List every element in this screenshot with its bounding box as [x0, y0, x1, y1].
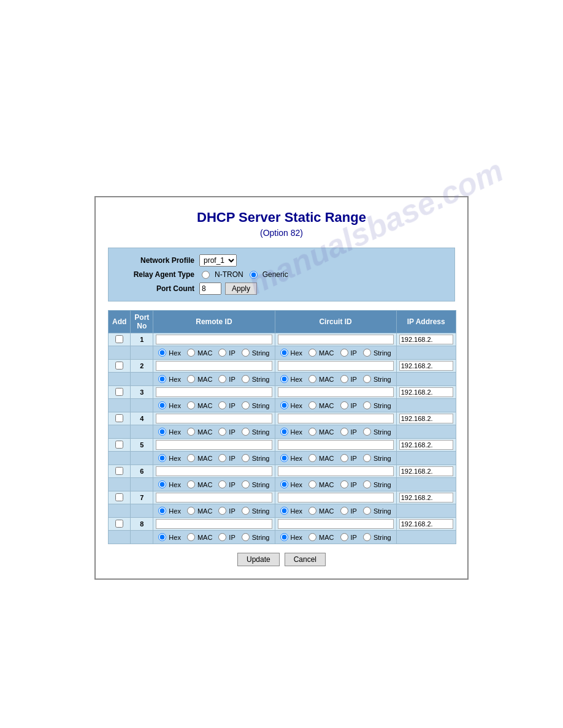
port-count-input[interactable]: [199, 282, 221, 295]
circuit-radio-ip[interactable]: [340, 533, 348, 541]
circuit-radio-string[interactable]: [363, 533, 371, 541]
remote-radio-ip[interactable]: [218, 507, 226, 515]
circuit-radio-ip[interactable]: [340, 401, 348, 409]
circuit-radio-hex[interactable]: [280, 349, 288, 357]
remote-radio-string[interactable]: [242, 349, 250, 357]
add-checkbox[interactable]: [115, 493, 123, 501]
circuit-radio-string[interactable]: [363, 349, 371, 357]
circuit-radio-string[interactable]: [363, 480, 371, 488]
remote-id-input[interactable]: [156, 519, 272, 529]
ip-address-input[interactable]: [399, 387, 453, 397]
circuit-radio-string[interactable]: [363, 454, 371, 462]
circuit-radio-hex[interactable]: [280, 454, 288, 462]
remote-radio-string[interactable]: [242, 428, 250, 436]
circuit-id-input[interactable]: [278, 361, 394, 371]
remote-radio-hex[interactable]: [158, 480, 166, 488]
remote-radio-mac[interactable]: [187, 375, 195, 383]
circuit-radio-mac[interactable]: [308, 507, 316, 515]
circuit-radio-hex[interactable]: [280, 480, 288, 488]
remote-radio-ip[interactable]: [218, 428, 226, 436]
remote-radio-string[interactable]: [242, 375, 250, 383]
circuit-radio-string[interactable]: [363, 401, 371, 409]
remote-radio-hex[interactable]: [158, 375, 166, 383]
remote-radio-ip[interactable]: [218, 533, 226, 541]
remote-radio-string[interactable]: [242, 401, 250, 409]
circuit-radio-hex[interactable]: [280, 401, 288, 409]
remote-radio-string[interactable]: [242, 533, 250, 541]
remote-id-input[interactable]: [156, 414, 272, 423]
ip-address-input[interactable]: [399, 493, 453, 502]
remote-id-input[interactable]: [156, 335, 272, 344]
circuit-radio-ip[interactable]: [340, 507, 348, 515]
remote-id-input[interactable]: [156, 466, 272, 476]
circuit-radio-ip[interactable]: [340, 454, 348, 462]
remote-id-input[interactable]: [156, 440, 272, 450]
circuit-id-input[interactable]: [278, 519, 394, 529]
circuit-radio-hex[interactable]: [280, 507, 288, 515]
add-checkbox[interactable]: [115, 335, 123, 343]
ip-address-input[interactable]: [399, 466, 453, 476]
ip-address-input[interactable]: [399, 361, 453, 371]
circuit-radio-ip[interactable]: [340, 375, 348, 383]
add-checkbox[interactable]: [115, 414, 123, 422]
remote-radio-mac[interactable]: [187, 454, 195, 462]
circuit-id-input[interactable]: [278, 387, 394, 397]
remote-radio-ip[interactable]: [218, 349, 226, 357]
cancel-button[interactable]: Cancel: [285, 553, 326, 566]
remote-radio-mac[interactable]: [187, 480, 195, 488]
remote-radio-mac[interactable]: [187, 507, 195, 515]
circuit-id-input[interactable]: [278, 335, 394, 344]
update-button[interactable]: Update: [237, 553, 280, 566]
circuit-radio-ip[interactable]: [340, 480, 348, 488]
ip-address-input[interactable]: [399, 414, 453, 423]
remote-radio-mac[interactable]: [187, 401, 195, 409]
circuit-radio-mac[interactable]: [308, 401, 316, 409]
add-checkbox[interactable]: [115, 467, 123, 475]
circuit-radio-mac[interactable]: [308, 454, 316, 462]
remote-radio-mac[interactable]: [187, 349, 195, 357]
ip-address-input[interactable]: [399, 335, 453, 344]
circuit-radio-string[interactable]: [363, 507, 371, 515]
circuit-radio-ip[interactable]: [340, 428, 348, 436]
remote-radio-hex[interactable]: [158, 428, 166, 436]
circuit-id-input[interactable]: [278, 466, 394, 476]
circuit-id-input[interactable]: [278, 493, 394, 502]
remote-radio-string[interactable]: [242, 507, 250, 515]
circuit-radio-hex[interactable]: [280, 428, 288, 436]
add-checkbox[interactable]: [115, 388, 123, 396]
relay-generic-radio[interactable]: [250, 271, 258, 279]
remote-radio-hex[interactable]: [158, 454, 166, 462]
circuit-radio-string[interactable]: [363, 375, 371, 383]
remote-radio-hex[interactable]: [158, 507, 166, 515]
circuit-radio-ip[interactable]: [340, 349, 348, 357]
circuit-radio-mac[interactable]: [308, 533, 316, 541]
ip-address-input[interactable]: [399, 519, 453, 529]
ip-address-input[interactable]: [399, 440, 453, 450]
add-checkbox[interactable]: [115, 520, 123, 528]
remote-radio-mac[interactable]: [187, 428, 195, 436]
circuit-radio-mac[interactable]: [308, 349, 316, 357]
remote-radio-hex[interactable]: [158, 349, 166, 357]
circuit-radio-hex[interactable]: [280, 375, 288, 383]
remote-radio-ip[interactable]: [218, 454, 226, 462]
remote-radio-string[interactable]: [242, 480, 250, 488]
remote-id-input[interactable]: [156, 493, 272, 502]
circuit-radio-mac[interactable]: [308, 375, 316, 383]
remote-radio-mac[interactable]: [187, 533, 195, 541]
remote-radio-hex[interactable]: [158, 533, 166, 541]
remote-radio-ip[interactable]: [218, 375, 226, 383]
remote-id-input[interactable]: [156, 387, 272, 397]
circuit-radio-string[interactable]: [363, 428, 371, 436]
circuit-radio-hex[interactable]: [280, 533, 288, 541]
remote-id-input[interactable]: [156, 361, 272, 371]
add-checkbox[interactable]: [115, 362, 123, 370]
remote-radio-hex[interactable]: [158, 401, 166, 409]
circuit-id-input[interactable]: [278, 440, 394, 450]
circuit-radio-mac[interactable]: [308, 480, 316, 488]
add-checkbox[interactable]: [115, 441, 123, 449]
remote-radio-ip[interactable]: [218, 480, 226, 488]
remote-radio-string[interactable]: [242, 454, 250, 462]
network-profile-select[interactable]: prof_1 prof_2: [199, 254, 237, 267]
circuit-id-input[interactable]: [278, 414, 394, 423]
remote-radio-ip[interactable]: [218, 401, 226, 409]
